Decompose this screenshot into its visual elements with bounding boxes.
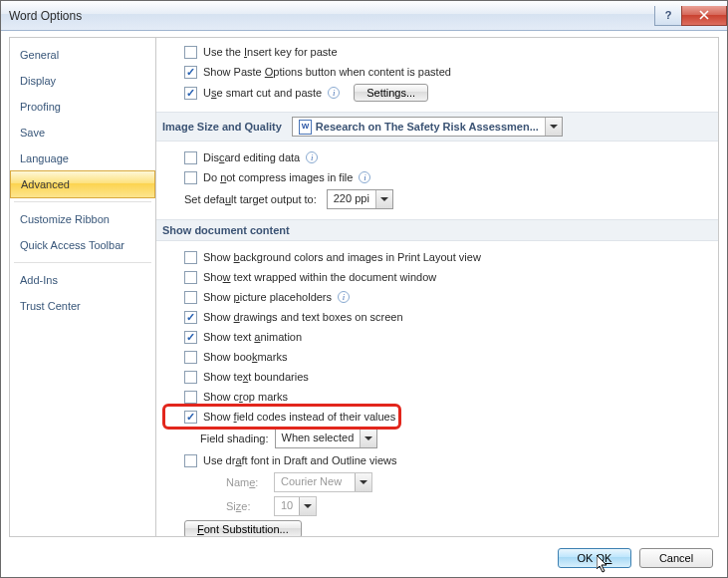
doc-option-row: Show text boundaries (168, 367, 706, 387)
label-doc-0: Show background colors and images in Pri… (203, 251, 481, 263)
sidebar-item-add-ins[interactable]: Add-Ins (10, 267, 155, 293)
section-doc-content-label: Show document content (162, 224, 290, 236)
ok-button-label: OK (578, 552, 594, 564)
sidebar-item-customize-ribbon[interactable]: Customize Ribbon (10, 206, 155, 232)
label-doc-6: Show text boundaries (203, 371, 309, 383)
sidebar-item-advanced[interactable]: Advanced (10, 170, 155, 198)
ok-button[interactable]: OK OK (558, 548, 631, 568)
field-shading-value: When selected (276, 430, 361, 447)
sidebar-item-language[interactable]: Language (10, 145, 155, 171)
help-button[interactable] (654, 6, 682, 26)
doc-option-row: Show text animation (168, 327, 706, 347)
doc-option-row: Show text wrapped within the document wi… (168, 267, 706, 287)
label-paste-options: Show Paste Options button when content i… (203, 66, 451, 78)
font-name-select: Courier New (274, 472, 372, 492)
font-name-value: Courier New (275, 473, 355, 491)
section-image-quality-label: Image Size and Quality (162, 121, 282, 133)
label-font-size: Size: (226, 500, 268, 512)
label-doc-1: Show text wrapped within the document wi… (203, 271, 436, 283)
sidebar-item-display[interactable]: Display (10, 68, 155, 94)
checkbox-insert-key[interactable] (184, 46, 197, 59)
label-discard-editing: Discard editing data (203, 151, 300, 163)
font-size-value: 10 (275, 497, 299, 515)
word-doc-icon (299, 120, 312, 135)
doc-option-row: Show bookmarks (168, 347, 706, 367)
doc-option-row: Show drawings and text boxes on screen (168, 307, 706, 327)
window-title: Word Options (9, 9, 82, 23)
sidebar: GeneralDisplayProofingSaveLanguageAdvanc… (9, 37, 156, 537)
label-insert-key: Use the Insert key for paste (203, 46, 338, 58)
checkbox-doc-1[interactable] (184, 271, 197, 284)
doc-option-row: Show field codes instead of their values (168, 407, 706, 427)
label-doc-2: Show picture placeholders (203, 291, 332, 303)
checkbox-doc-0[interactable] (184, 251, 197, 264)
settings-button[interactable]: Settings... (354, 84, 428, 102)
label-target-output: Set default target output to: (184, 193, 317, 205)
info-icon[interactable] (338, 291, 350, 303)
doc-option-row: Show crop marks (168, 387, 706, 407)
doc-selector[interactable]: Research on The Safety Risk Assessmen... (292, 117, 563, 137)
chevron-down-icon (375, 190, 392, 208)
dialog-footer: OK OK Cancel (1, 537, 727, 577)
doc-selector-value: Research on The Safety Risk Assessmen... (316, 121, 539, 133)
chevron-down-icon (545, 118, 562, 136)
checkbox-discard-editing[interactable] (184, 151, 197, 164)
info-icon[interactable] (328, 87, 340, 99)
checkbox-doc-3[interactable] (184, 311, 197, 324)
doc-option-row: Show picture placeholders (168, 287, 706, 307)
label-doc-8: Show field codes instead of their values (203, 411, 395, 423)
chevron-down-icon (355, 473, 371, 491)
section-doc-content: Show document content (156, 219, 718, 241)
info-icon[interactable] (359, 171, 370, 183)
checkbox-doc-6[interactable] (184, 371, 197, 384)
label-no-compress: Do not compress images in file (203, 171, 353, 183)
target-output-value: 220 ppi (328, 190, 375, 208)
section-image-quality: Image Size and Quality Research on The S… (156, 112, 718, 142)
label-font-name: Name: (226, 476, 268, 488)
close-icon (699, 10, 709, 20)
target-output-select[interactable]: 220 ppi (327, 189, 393, 209)
checkbox-doc-4[interactable] (184, 331, 197, 344)
word-options-window: Word Options GeneralDisplayProofingSaveL… (0, 0, 728, 578)
info-icon[interactable] (306, 151, 318, 163)
doc-option-row: Show background colors and images in Pri… (168, 247, 706, 267)
titlebar: Word Options (1, 1, 727, 31)
checkbox-paste-options[interactable] (184, 66, 197, 79)
checkbox-doc-2[interactable] (184, 291, 197, 304)
checkbox-doc-8[interactable] (184, 411, 197, 424)
label-doc-3: Show drawings and text boxes on screen (203, 311, 403, 323)
checkbox-no-compress[interactable] (184, 171, 197, 184)
label-smart-cut: Use smart cut and paste (203, 87, 322, 99)
label-doc-5: Show bookmarks (203, 351, 287, 363)
label-field-shading: Field shading: (200, 433, 269, 444)
sidebar-item-save[interactable]: Save (10, 120, 155, 145)
font-size-select: 10 (274, 496, 317, 516)
sidebar-item-proofing[interactable]: Proofing (10, 94, 155, 120)
chevron-down-icon (360, 430, 376, 447)
chevron-down-icon (299, 497, 316, 515)
checkbox-doc-7[interactable] (184, 391, 197, 404)
checkbox-doc-5[interactable] (184, 351, 197, 364)
label-doc-7: Show crop marks (203, 391, 288, 403)
field-shading-select[interactable]: When selected (275, 429, 378, 448)
close-button[interactable] (681, 6, 727, 26)
sidebar-item-quick-access-toolbar[interactable]: Quick Access Toolbar (10, 232, 155, 258)
sidebar-item-general[interactable]: General (10, 42, 155, 68)
checkbox-draft-font[interactable] (184, 454, 197, 467)
font-substitution-button[interactable]: Font Substitution... (184, 520, 302, 537)
label-doc-4: Show text animation (203, 331, 302, 343)
sidebar-item-trust-center[interactable]: Trust Center (10, 293, 155, 319)
label-draft-font: Use draft font in Draft and Outline view… (203, 454, 396, 466)
cancel-button[interactable]: Cancel (639, 548, 713, 568)
options-content[interactable]: Use the Insert key for paste Show Paste … (156, 37, 719, 537)
checkbox-smart-cut[interactable] (184, 87, 197, 100)
ok-label-text: OK (597, 552, 612, 564)
